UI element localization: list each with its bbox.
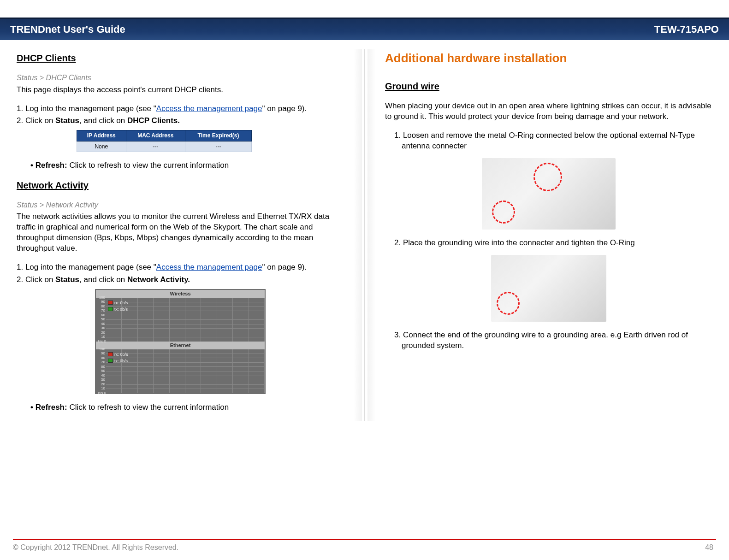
- ethernet-chart-body: 100 90 80 70 60 50 40 30 20 10 b/s 0 rx:…: [106, 349, 265, 393]
- network-refresh-text: Click to refresh to view the current inf…: [67, 403, 229, 412]
- network-refresh-note: Refresh: Click to refresh to view the cu…: [30, 402, 344, 413]
- footer-copyright: © Copyright 2012 TRENDnet. All Rights Re…: [13, 543, 178, 552]
- header-model-right: TEW-715APO: [654, 24, 719, 35]
- network-step1-pre: 1. Log into the management page (see ": [17, 263, 156, 271]
- y-tick: 100: [99, 348, 105, 351]
- y-tick: 80: [101, 305, 105, 308]
- dhcp-step-1: 1. Log into the management page (see "Ac…: [17, 104, 344, 114]
- dhcp-step2-b1: Status: [55, 116, 79, 125]
- legend-rx-text: rx: 0b/s: [114, 300, 128, 306]
- header-title-left: TRENDnet User's Guide: [10, 24, 125, 35]
- dhcp-clients-heading: DHCP Clients: [17, 52, 344, 65]
- y-tick: 20: [101, 383, 105, 386]
- ground-wire-heading: Ground wire: [385, 80, 712, 93]
- network-step-1: 1. Log into the management page (see "Ac…: [17, 262, 344, 273]
- right-column: Additional hardware installation Ground …: [381, 49, 716, 421]
- dhcp-step2-mid: , and click on: [79, 116, 127, 125]
- ground-wire-intro: When placing your device out in an open …: [385, 101, 712, 122]
- dhcp-th-ip: IP Address: [77, 130, 126, 141]
- y-tick: 90: [101, 352, 105, 355]
- dhcp-intro: This page displays the access point's cu…: [17, 85, 344, 95]
- network-access-management-link[interactable]: Access the management page: [156, 263, 262, 271]
- y-tick: 100: [99, 296, 105, 300]
- document-header: TRENDnet User's Guide TEW-715APO: [0, 18, 729, 40]
- ground-step-3: 3. Connect the end of the grounding wire…: [394, 330, 712, 351]
- dhcp-step2-pre: 2. Click on: [17, 116, 55, 125]
- y-tick: 20: [101, 331, 105, 335]
- dhcp-th-time: Time Expired(s): [185, 130, 251, 141]
- wireless-legend: rx: 0b/s tx: 0b/s: [108, 300, 128, 313]
- y-tick: 10: [101, 387, 105, 390]
- legend-rx-icon: [108, 301, 113, 305]
- legend-tx-icon: [108, 359, 113, 363]
- legend-tx-icon: [108, 307, 113, 311]
- footer-page-number: 48: [705, 543, 713, 552]
- left-column: DHCP Clients Status > DHCP Clients This …: [13, 49, 348, 421]
- ethernet-legend: rx: 0b/s tx: 0b/s: [108, 352, 128, 365]
- y-tick: 50: [101, 318, 105, 321]
- legend-rx-text: rx: 0b/s: [114, 352, 128, 357]
- dhcp-td-ip: None: [77, 141, 126, 152]
- dhcp-step-2: 2. Click on Status, and click on DHCP Cl…: [17, 116, 344, 126]
- network-activity-chart: Wireless 100 90 80 70 60 50 40 30 20 10 …: [95, 289, 266, 394]
- additional-hardware-heading: Additional hardware installation: [385, 50, 712, 66]
- network-activity-heading: Network Activity: [17, 179, 344, 192]
- y-tick: 40: [101, 374, 105, 377]
- ground-step-2: 2. Place the grounding wire into the con…: [394, 238, 712, 248]
- wireless-chart-body: 100 90 80 70 60 50 40 30 20 10 b/s 0 rx:…: [106, 298, 265, 342]
- y-tick: 30: [101, 326, 105, 330]
- dhcp-td-mac: ---: [126, 141, 185, 152]
- hardware-image-ground-wire: [491, 255, 606, 322]
- y-tick: 50: [101, 369, 105, 373]
- dhcp-refresh-note: Refresh: Click to refresh to view the cu…: [30, 160, 344, 171]
- hardware-image-oring: [482, 158, 616, 230]
- dhcp-step1-pre: 1. Log into the management page (see ": [17, 104, 156, 113]
- dhcp-refresh-text: Click to refresh to view the current inf…: [67, 161, 229, 170]
- dhcp-step2-b2: DHCP Clients.: [127, 116, 180, 125]
- legend-rx-icon: [108, 352, 113, 356]
- y-tick: 70: [101, 309, 105, 312]
- network-step2-b2: Network Activity.: [127, 275, 190, 284]
- y-tick: 30: [101, 378, 105, 382]
- legend-tx-text: tx: 0b/s: [114, 358, 128, 364]
- network-step2-b1: Status: [55, 275, 79, 284]
- chart-title-ethernet: Ethernet: [96, 342, 265, 349]
- legend-tx-text: tx: 0b/s: [114, 307, 128, 312]
- dhcp-access-management-link[interactable]: Access the management page: [156, 104, 262, 113]
- page-footer: © Copyright 2012 TRENDnet. All Rights Re…: [13, 539, 716, 552]
- network-intro: The network activities allows you to mon…: [17, 212, 344, 254]
- y-tick: 70: [101, 360, 105, 364]
- y-unit: b/s 0: [98, 340, 106, 343]
- y-tick: 90: [101, 300, 105, 304]
- y-tick: 10: [101, 335, 105, 339]
- y-tick: 60: [101, 313, 105, 317]
- network-breadcrumb: Status > Network Activity: [17, 200, 344, 210]
- dhcp-breadcrumb: Status > DHCP Clients: [17, 73, 344, 83]
- dhcp-step1-post: " on page 9).: [262, 104, 307, 113]
- ethernet-y-axis: 100 90 80 70 60 50 40 30 20 10 b/s 0: [96, 349, 106, 393]
- ground-step-1: 1. Loosen and remove the metal O-Ring co…: [394, 130, 712, 152]
- dhcp-refresh-label: Refresh:: [36, 161, 67, 170]
- network-step1-post: " on page 9).: [262, 263, 307, 271]
- wireless-y-axis: 100 90 80 70 60 50 40 30 20 10 b/s 0: [96, 298, 106, 342]
- y-tick: 60: [101, 365, 105, 369]
- network-refresh-label: Refresh:: [36, 403, 67, 412]
- network-step2-mid: , and click on: [79, 275, 127, 284]
- dhcp-td-time: ---: [185, 141, 251, 152]
- network-step-2: 2. Click on Status, and click on Network…: [17, 275, 344, 285]
- dhcp-clients-table: IP Address MAC Address Time Expired(s) N…: [77, 130, 252, 152]
- chart-title-wireless: Wireless: [96, 290, 265, 298]
- dhcp-th-mac: MAC Address: [126, 130, 185, 141]
- y-tick: 40: [101, 322, 105, 326]
- network-step2-pre: 2. Click on: [17, 275, 55, 284]
- y-tick: 80: [101, 356, 105, 360]
- y-unit: b/s 0: [98, 391, 106, 395]
